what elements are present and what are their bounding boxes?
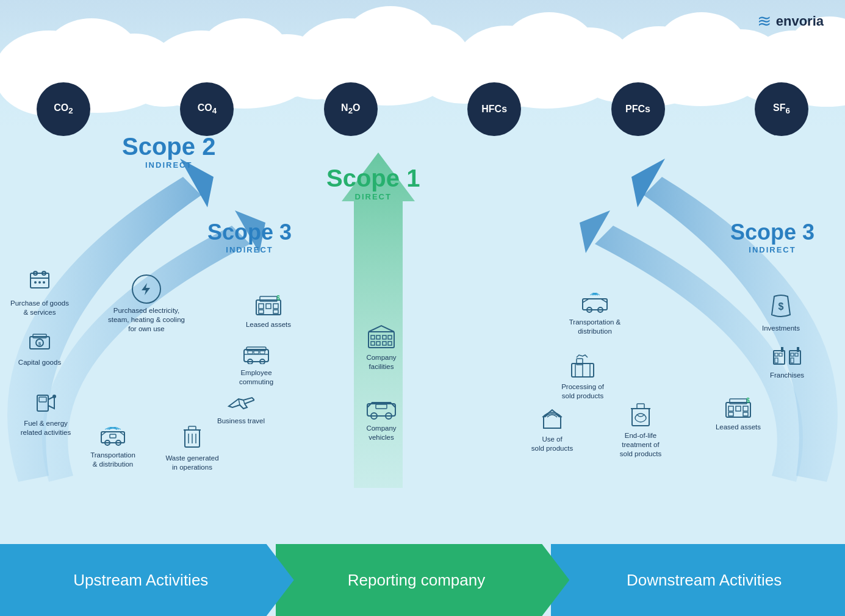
employee-commuting-label: Employeecommuting	[223, 368, 290, 387]
franchises-label: Franchises	[753, 371, 821, 380]
svg-text:$: $	[746, 397, 750, 404]
svg-rect-73	[371, 335, 375, 339]
logo: ≋ envoria	[757, 11, 824, 31]
employee-commuting-icon	[223, 345, 290, 367]
item-use-sold: Use ofsold products	[522, 407, 583, 453]
svg-rect-94	[637, 404, 644, 409]
svg-rect-45	[39, 397, 46, 402]
item-business-travel: Business travel	[207, 395, 275, 426]
svg-rect-50	[110, 434, 116, 438]
svg-rect-100	[728, 412, 733, 416]
scope1-title: Scope 1	[326, 165, 420, 192]
fuel-energy-icon	[9, 390, 82, 417]
item-purchase-goods: Purchase of goods& services	[6, 268, 73, 317]
leased-downstream-label: Leased assets	[705, 423, 772, 432]
svg-rect-112	[791, 358, 794, 363]
svg-rect-47	[101, 432, 124, 443]
waste-label: Waste generatedin operations	[159, 454, 226, 472]
company-facilities-icon	[345, 323, 418, 351]
purchase-goods-label: Purchase of goods& services	[6, 299, 73, 317]
item-waste: Waste generatedin operations	[159, 424, 226, 472]
svg-rect-57	[273, 310, 278, 313]
svg-rect-99	[743, 406, 748, 411]
transport-downstream-icon	[558, 293, 631, 316]
gas-hfcs: HFCs	[467, 82, 521, 136]
svg-rect-95	[726, 403, 750, 417]
svg-rect-104	[774, 351, 785, 364]
leased-upstream-icon: $	[235, 293, 302, 318]
downstream-label: Downstream Activities	[614, 571, 782, 590]
svg-rect-56	[259, 310, 264, 313]
scope3-right-label: Scope 3 INDIRECT	[730, 220, 814, 254]
scope3-right-title: Scope 3	[730, 220, 814, 245]
company-vehicles-icon	[345, 396, 418, 422]
gas-co2: CO2	[37, 82, 90, 136]
electricity-icon	[101, 274, 192, 304]
svg-text:$: $	[276, 295, 280, 301]
processing-label: Processing ofsold products	[546, 382, 619, 401]
svg-point-38	[38, 281, 41, 284]
use-sold-label: Use ofsold products	[522, 435, 583, 453]
svg-rect-33	[31, 273, 49, 288]
scope1-subtitle: DIRECT	[326, 192, 420, 201]
end-of-life-icon	[607, 401, 674, 429]
svg-rect-76	[388, 335, 392, 339]
svg-rect-113	[797, 347, 799, 352]
electricity-label: Purchased electricity,steam, heating & c…	[101, 306, 192, 334]
svg-rect-55	[273, 304, 278, 309]
svg-rect-110	[791, 353, 794, 356]
use-sold-icon	[522, 407, 583, 433]
item-company-facilities: Companyfacilities	[345, 323, 418, 371]
scope3-right-subtitle: INDIRECT	[730, 245, 814, 254]
logo-text: envoria	[776, 13, 824, 29]
scope2-label: Scope 2 INDIRECT	[122, 133, 215, 170]
svg-rect-75	[383, 335, 386, 339]
svg-rect-80	[388, 342, 392, 345]
purchase-goods-icon	[6, 268, 73, 297]
downstream-section: Downstream Activities	[551, 544, 845, 616]
transport-upstream-label: Transportation& distribution	[79, 451, 146, 469]
company-vehicles-label: Companyvehicles	[345, 424, 418, 442]
svg-rect-111	[795, 353, 798, 356]
reporting-label: Reporting company	[348, 571, 497, 590]
item-fuel-energy: Fuel & energyrelated activities	[9, 390, 82, 437]
svg-rect-101	[743, 412, 748, 416]
item-franchises: Franchises	[753, 345, 821, 380]
item-transport-upstream: Transportation& distribution	[79, 427, 146, 469]
gas-co4: CO4	[180, 82, 234, 136]
item-capital-goods: $ Capital goods	[6, 329, 73, 367]
item-leased-upstream: $ Leased assets	[235, 293, 302, 329]
fuel-energy-label: Fuel & energyrelated activities	[9, 419, 82, 437]
svg-rect-107	[775, 358, 778, 363]
reporting-section: Reporting company	[276, 544, 570, 616]
svg-rect-106	[779, 353, 782, 356]
svg-point-39	[43, 281, 45, 284]
svg-rect-93	[632, 409, 649, 426]
svg-rect-78	[376, 342, 380, 345]
capital-goods-label: Capital goods	[6, 358, 73, 367]
svg-rect-54	[266, 304, 271, 309]
leased-upstream-label: Leased assets	[235, 320, 302, 329]
svg-rect-51	[256, 300, 281, 315]
gas-bubbles-row: CO2 CO4 N2O HFCs PFCs SF6	[0, 82, 845, 136]
company-facilities-label: Companyfacilities	[345, 353, 418, 371]
investments-label: Investments	[747, 324, 814, 333]
gas-pfcs: PFCs	[611, 82, 665, 136]
processing-icon	[546, 354, 619, 381]
leased-downstream-icon: $	[705, 395, 772, 421]
investments-icon: $	[747, 293, 814, 322]
svg-rect-74	[376, 335, 380, 339]
item-investments: $ Investments	[747, 293, 814, 333]
logo-icon: ≋	[757, 11, 771, 31]
capital-goods-icon: $	[6, 329, 73, 356]
svg-rect-77	[371, 342, 375, 345]
item-employee-commuting: Employeecommuting	[223, 345, 290, 387]
scope1-label: Scope 1 DIRECT	[326, 165, 420, 201]
svg-point-37	[34, 281, 37, 284]
scope2-subtitle: INDIRECT	[122, 160, 215, 170]
upstream-label: Upstream Activities	[73, 571, 220, 590]
scope2-title: Scope 2	[122, 133, 215, 160]
svg-point-46	[52, 395, 56, 398]
svg-text:$: $	[38, 341, 41, 346]
svg-text:$: $	[778, 301, 784, 312]
